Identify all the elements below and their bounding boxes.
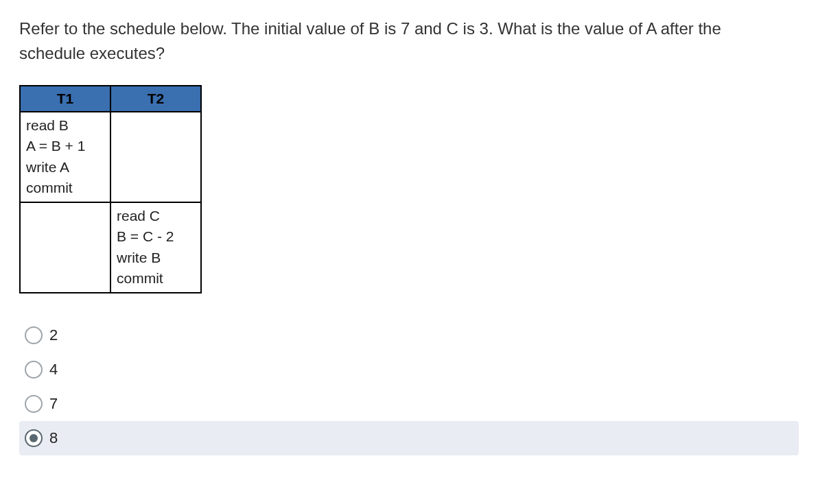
radio-icon [25,395,43,413]
option-label: 4 [49,361,58,379]
radio-icon [25,361,43,379]
cell-t2-r0 [110,112,201,202]
option-label: 2 [49,326,58,344]
table-header-t2: T2 [110,86,201,112]
schedule-table: T1 T2 read B A = B + 1 write A commit re… [19,85,202,293]
op-line: write A [26,157,104,178]
op-line: A = B + 1 [26,136,104,156]
op-line: commit [117,268,195,289]
option-4[interactable]: 4 [19,352,799,387]
table-row: read C B = C - 2 write B commit [20,202,201,293]
op-line: commit [26,178,104,198]
table-row: read B A = B + 1 write A commit [20,112,201,202]
cell-t2-r1: read C B = C - 2 write B commit [110,202,201,293]
answer-options: 2 4 7 8 [19,318,799,455]
op-line: read C [117,206,195,226]
radio-icon [25,326,43,344]
option-8[interactable]: 8 [19,421,799,455]
op-line: B = C - 2 [117,226,195,247]
cell-t1-r0: read B A = B + 1 write A commit [20,112,110,202]
question-text: Refer to the schedule below. The initial… [19,16,747,66]
option-7[interactable]: 7 [19,387,799,421]
option-2[interactable]: 2 [19,318,799,352]
op-line: write B [117,248,195,268]
cell-t1-r1 [20,202,110,293]
option-label: 8 [49,429,58,447]
radio-icon [25,429,43,447]
option-label: 7 [49,395,58,413]
table-header-t1: T1 [20,86,110,112]
op-line: read B [26,115,104,136]
